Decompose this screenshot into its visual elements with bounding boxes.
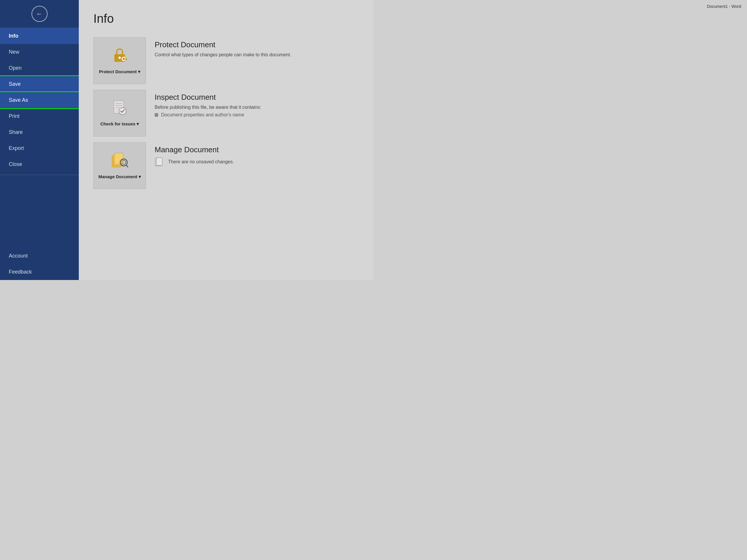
sidebar: ← Info New Open Save Save As Print Share…: [0, 0, 79, 280]
sidebar-item-export[interactable]: Export: [0, 140, 79, 156]
svg-point-1: [119, 57, 121, 59]
check-issues-label: Check for Issues ▾: [100, 121, 139, 127]
lock-icon: [111, 47, 128, 66]
sidebar-item-print[interactable]: Print: [0, 108, 79, 124]
sidebar-item-feedback[interactable]: Feedback: [0, 264, 79, 280]
protect-document-title: Protect Document: [155, 40, 359, 49]
page-title: Info: [93, 12, 359, 26]
sidebar-bottom: Account Feedback: [0, 248, 79, 280]
manage-unsaved-wrap: There are no unsaved changes.: [155, 157, 359, 168]
protect-document-desc: Control what types of changes people can…: [155, 52, 359, 57]
svg-rect-4: [125, 59, 127, 59]
svg-rect-5: [126, 59, 127, 60]
sidebar-item-save[interactable]: Save: [0, 76, 79, 92]
sidebar-item-close[interactable]: Close: [0, 156, 79, 172]
svg-point-3: [123, 58, 125, 60]
sidebar-nav: Info New Open Save Save As Print Share E…: [0, 28, 79, 280]
sidebar-item-account[interactable]: Account: [0, 248, 79, 264]
manage-document-desc: There are no unsaved changes.: [168, 159, 234, 164]
sidebar-item-new[interactable]: New: [0, 44, 79, 60]
inspect-document-desc: Before publishing this file, be aware th…: [155, 105, 359, 110]
manage-icon: [111, 152, 128, 171]
protect-document-card: Protect Document ▾ Protect Document Cont…: [93, 37, 359, 84]
inspect-document-title: Inspect Document: [155, 93, 359, 102]
main-content: Document1 - Word Info: [79, 0, 374, 280]
protect-document-text: Protect Document Control what types of c…: [155, 37, 359, 60]
inspect-icon: [111, 100, 128, 119]
back-button[interactable]: ←: [0, 0, 79, 28]
unsaved-icon: [155, 157, 164, 168]
bullet-icon: [155, 113, 158, 117]
manage-document-label: Manage Document ▾: [98, 174, 141, 180]
sidebar-item-share[interactable]: Share: [0, 124, 79, 140]
protect-document-label: Protect Document ▾: [99, 69, 140, 75]
manage-document-text: Manage Document There are no unsaved cha…: [155, 142, 359, 168]
sidebar-item-save-as[interactable]: Save As: [0, 92, 79, 108]
sidebar-item-open[interactable]: Open: [0, 60, 79, 76]
manage-document-button[interactable]: Manage Document ▾: [93, 142, 146, 189]
svg-rect-19: [156, 158, 162, 165]
app-container: ← Info New Open Save Save As Print Share…: [0, 0, 374, 280]
back-circle-icon: ←: [31, 6, 48, 22]
inspect-bullet-1: Document properties and author's name: [155, 112, 359, 117]
manage-document-title: Manage Document: [155, 145, 359, 154]
protect-document-button[interactable]: Protect Document ▾: [93, 37, 146, 84]
svg-point-16: [122, 160, 126, 164]
check-issues-button[interactable]: Check for Issues ▾: [93, 90, 146, 136]
sidebar-item-info[interactable]: Info: [0, 28, 79, 44]
inspect-bullet-text: Document properties and author's name: [161, 112, 244, 117]
inspect-document-card: Check for Issues ▾ Inspect Document Befo…: [93, 90, 359, 136]
inspect-document-text: Inspect Document Before publishing this …: [155, 90, 359, 117]
manage-document-card: Manage Document ▾ Manage Document There …: [93, 142, 359, 189]
svg-line-17: [126, 165, 128, 167]
